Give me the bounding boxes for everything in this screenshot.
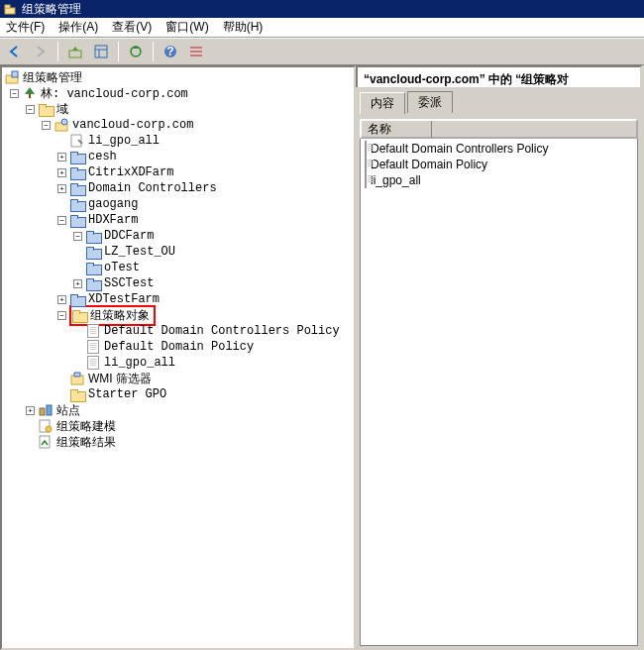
list-body[interactable]: Default Domain Controllers Policy Defaul… — [360, 139, 638, 646]
separator — [153, 42, 154, 61]
collapse-icon[interactable]: − — [42, 121, 51, 130]
app-icon — [4, 2, 18, 16]
tree-li-gpo[interactable]: li_gpo_all — [4, 133, 352, 149]
expand-icon[interactable]: + — [73, 279, 82, 288]
collapse-icon[interactable]: − — [57, 216, 66, 225]
tree-starter[interactable]: Starter GPO — [4, 386, 352, 402]
tree-ssc[interactable]: + SSCTest — [4, 275, 352, 291]
svg-rect-3 — [95, 46, 107, 57]
svg-point-22 — [46, 426, 52, 432]
ou-icon — [69, 180, 85, 196]
tab-delegate[interactable]: 委派 — [407, 91, 453, 113]
tree-otest[interactable]: oTest — [4, 260, 352, 275]
svg-rect-9 — [190, 47, 202, 49]
tree-ddcp[interactable]: Default Domain Controllers Policy — [4, 323, 352, 339]
tree-root[interactable]: 组策略管理 — [4, 69, 352, 85]
expand-icon[interactable]: + — [57, 295, 66, 304]
collapse-icon[interactable]: − — [26, 105, 35, 114]
collapse-icon[interactable]: − — [10, 89, 19, 98]
tree-citrix[interactable]: + CitrixXDFarm — [4, 164, 352, 180]
menu-file[interactable]: 文件(F) — [6, 19, 45, 36]
gpo-link-icon — [69, 133, 85, 149]
gpo-icon — [85, 339, 101, 355]
forest-icon — [22, 85, 38, 101]
modeling-icon — [38, 418, 54, 434]
svg-text:?: ? — [166, 45, 173, 58]
folder-icon — [69, 386, 85, 402]
col-name[interactable]: 名称 — [368, 121, 432, 138]
expand-icon[interactable]: + — [57, 184, 66, 193]
list-item[interactable]: Default Domain Controllers Policy — [363, 141, 635, 157]
menu-help[interactable]: 帮助(H) — [223, 19, 264, 36]
tree-results[interactable]: 组策略结果 — [4, 434, 352, 450]
svg-rect-1 — [5, 5, 10, 8]
up-button[interactable] — [64, 41, 86, 62]
ou-icon — [85, 260, 101, 275]
refresh-button[interactable] — [125, 41, 147, 62]
tree-cesh[interactable]: + cesh — [4, 149, 352, 164]
expand-icon[interactable]: + — [26, 406, 35, 415]
menu-bar: 文件(F) 操作(A) 查看(V) 窗口(W) 帮助(H) — [0, 18, 644, 38]
expand-icon[interactable]: + — [57, 168, 66, 177]
tree-domain[interactable]: − vancloud-corp.com — [4, 117, 352, 133]
ou-icon — [69, 196, 85, 212]
window-title: 组策略管理 — [22, 1, 81, 18]
gpo-icon — [365, 173, 367, 187]
separator — [118, 42, 119, 61]
tree-ddc[interactable]: − DDCFarm — [4, 228, 352, 244]
menu-view[interactable]: 查看(V) — [112, 19, 152, 36]
svg-rect-19 — [40, 408, 45, 415]
tree-forest[interactable]: − 林: vancloud-corp.com — [4, 85, 352, 101]
gpo-icon — [85, 355, 101, 371]
tree-lz[interactable]: LZ_Test_OU — [4, 244, 352, 260]
ou-icon — [85, 244, 101, 260]
collapse-icon[interactable]: − — [73, 232, 82, 241]
tree-lga[interactable]: li_gpo_all — [4, 355, 352, 371]
tree-gaogang[interactable]: gaogang — [4, 196, 352, 212]
tree-ddp[interactable]: Default Domain Policy — [4, 339, 352, 355]
forward-button[interactable] — [30, 41, 52, 62]
wmi-icon — [69, 371, 85, 386]
tab-content[interactable]: 内容 — [360, 92, 405, 114]
gpm-icon — [4, 69, 20, 85]
detail-title: “vancloud-corp.com” 中的 “组策略对 — [356, 65, 642, 87]
list-button[interactable] — [185, 41, 207, 62]
window-titlebar: 组策略管理 — [0, 0, 644, 18]
svg-rect-2 — [69, 51, 81, 57]
ou-icon — [85, 275, 101, 291]
tree-gpobj[interactable]: − 组策略对象 — [4, 307, 352, 323]
tree-dc[interactable]: + Domain Controllers — [4, 180, 352, 196]
list-item[interactable]: li_gpo_all — [363, 172, 635, 188]
tree-wmi[interactable]: WMI 筛选器 — [4, 371, 352, 386]
toolbar: ? — [0, 38, 644, 65]
gpo-icon — [365, 142, 367, 156]
collapse-icon[interactable]: − — [57, 311, 66, 320]
tree-pane[interactable]: 组策略管理 − 林: vancloud-corp.com − 域 − vancl… — [0, 65, 356, 650]
detail-pane: “vancloud-corp.com” 中的 “组策略对 内容 委派 名称 De… — [356, 65, 644, 650]
tree-hdx[interactable]: − HDXFarm — [4, 212, 352, 228]
tree-sites[interactable]: + 站点 — [4, 402, 352, 418]
expand-icon[interactable]: + — [57, 153, 66, 162]
help-button[interactable]: ? — [160, 41, 181, 62]
ou-icon — [69, 212, 85, 228]
sites-icon — [38, 402, 54, 418]
back-button[interactable] — [4, 41, 26, 62]
svg-rect-0 — [5, 8, 15, 14]
properties-button[interactable] — [90, 41, 112, 62]
gpo-icon — [85, 323, 101, 339]
tree-domains[interactable]: − 域 — [4, 101, 352, 117]
menu-action[interactable]: 操作(A) — [58, 19, 98, 36]
svg-point-16 — [61, 119, 67, 125]
main-body: 组策略管理 − 林: vancloud-corp.com − 域 − vancl… — [0, 65, 644, 650]
tree-modeling[interactable]: 组策略建模 — [4, 418, 352, 434]
tree-xdtest[interactable]: + XDTestFarm — [4, 291, 352, 307]
ou-icon — [69, 164, 85, 180]
results-icon — [38, 434, 54, 450]
list-header[interactable]: 名称 — [360, 119, 638, 139]
separator — [57, 42, 58, 61]
list-item[interactable]: Default Domain Policy — [363, 157, 635, 172]
svg-rect-13 — [12, 71, 18, 77]
domain-icon — [54, 117, 69, 133]
tab-strip: 内容 委派 — [356, 87, 642, 113]
menu-window[interactable]: 窗口(W) — [165, 19, 208, 36]
